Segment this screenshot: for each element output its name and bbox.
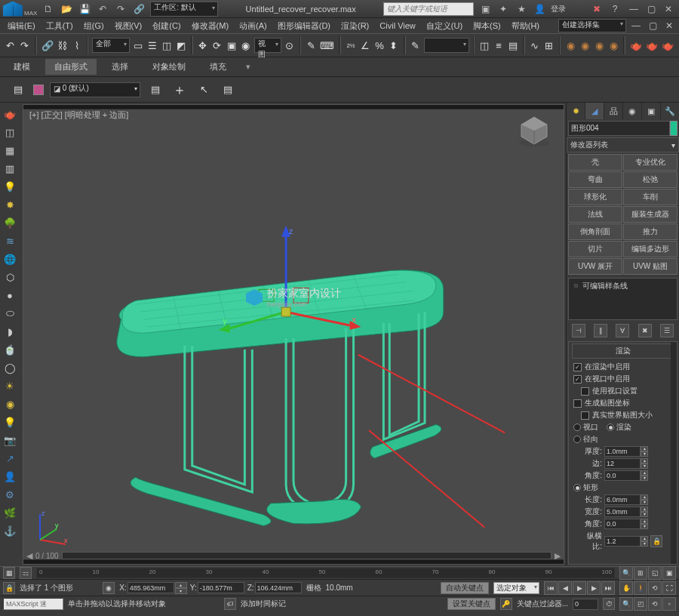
select-scale-icon[interactable]: ▣: [226, 36, 238, 54]
timeline-track[interactable]: [62, 552, 551, 559]
coord-z-input[interactable]: [255, 582, 302, 593]
setkey-button[interactable]: 设置关键点: [447, 598, 496, 610]
curve-editor-icon[interactable]: ∿: [529, 36, 541, 54]
nav-orbit2-icon[interactable]: ⟲: [648, 597, 662, 611]
teapot-icon[interactable]: 🫖: [2, 106, 18, 122]
mod-edit-poly[interactable]: 编辑多边形: [623, 241, 677, 257]
torus-icon[interactable]: ◯: [2, 359, 18, 376]
close-icon[interactable]: ✕: [661, 2, 676, 16]
omni-icon[interactable]: ✸: [2, 196, 18, 213]
mod-normal[interactable]: 法线: [568, 206, 622, 223]
mod-prooptimizer[interactable]: 专业优化: [623, 154, 677, 171]
menu-close-icon[interactable]: ✕: [662, 19, 676, 32]
bind-spacewarp-icon[interactable]: ⌇: [71, 36, 83, 54]
material-editor3-icon[interactable]: ◉: [593, 36, 605, 54]
menu-group[interactable]: 组(G): [79, 19, 109, 33]
selection-filter-dropdown[interactable]: 全部: [92, 38, 130, 53]
rollout-title[interactable]: 渲染: [572, 343, 674, 359]
stack-pin-icon[interactable]: ⊣: [572, 324, 585, 337]
add-time-marker[interactable]: 添加时间标记: [241, 599, 286, 609]
coord-x-input[interactable]: [128, 582, 174, 593]
radio-rectangular[interactable]: [573, 484, 581, 491]
stack-unique-icon[interactable]: ∀: [616, 324, 629, 337]
rollout-scrollbar[interactable]: [671, 342, 677, 564]
select-object-icon[interactable]: ▭: [132, 36, 144, 54]
menu-rendering[interactable]: 渲染(R): [336, 19, 373, 33]
primitive-icon[interactable]: ▥: [2, 160, 18, 177]
app-exchange-icon[interactable]: ✖: [590, 2, 604, 16]
camera-icon[interactable]: 📷: [2, 432, 18, 448]
direction-icon[interactable]: ↗: [2, 450, 18, 467]
menu-edit[interactable]: 编辑(E): [3, 19, 40, 33]
mod-slice[interactable]: 切片: [568, 241, 622, 257]
cloth-icon[interactable]: ◫: [2, 124, 18, 140]
stack-item[interactable]: ◾ 可编辑样条线: [571, 281, 674, 291]
timeline-next-icon[interactable]: ▶: [555, 551, 561, 561]
menu-animation[interactable]: 动画(A): [235, 19, 272, 33]
mod-uvw-map[interactable]: UVW 贴图: [623, 258, 677, 275]
sun-icon[interactable]: ☀: [2, 377, 18, 394]
menu-create[interactable]: 创建(C): [148, 19, 185, 33]
menu-views[interactable]: 视图(V): [110, 19, 147, 33]
tab-populate[interactable]: 填充: [201, 59, 235, 75]
mod-uvw-unwrap[interactable]: UVW 展开: [568, 258, 622, 275]
time-tag-icon[interactable]: 🏷: [224, 598, 236, 610]
play-icon[interactable]: ▶: [573, 581, 586, 595]
menu-max-icon[interactable]: ▢: [646, 19, 659, 32]
radio-viewport[interactable]: [573, 424, 581, 431]
named-sel-edit-icon[interactable]: ✎: [410, 36, 422, 54]
menu-help[interactable]: 帮助(H): [507, 19, 544, 33]
layer-explorer-icon[interactable]: ▤: [9, 81, 27, 99]
maximize-icon[interactable]: ▢: [644, 2, 659, 16]
tab-create-icon[interactable]: ✸: [567, 103, 585, 119]
mod-garment[interactable]: 服装生成器: [623, 206, 677, 223]
time-config-icon[interactable]: ⏱: [603, 598, 615, 610]
window-crossing-icon[interactable]: ◩: [175, 36, 187, 54]
ref-coord-dropdown[interactable]: 视图: [254, 38, 281, 53]
mod-bevel-profile[interactable]: 倒角剖面: [568, 223, 622, 240]
spinner-snap-icon[interactable]: ⬍: [388, 36, 400, 54]
spot-icon[interactable]: ◉: [2, 396, 18, 412]
aspect-lock-icon[interactable]: 🔒: [650, 535, 662, 547]
spinner-angle-r[interactable]: [604, 470, 641, 481]
render-setup-icon[interactable]: 🫖: [629, 36, 643, 54]
select-by-name-icon[interactable]: ☰: [146, 36, 158, 54]
snap-percent-icon[interactable]: %: [373, 36, 386, 54]
plant-icon[interactable]: 🌿: [2, 504, 18, 521]
spinner-aspect[interactable]: [604, 536, 641, 547]
menu-min-icon[interactable]: —: [629, 19, 643, 32]
bulb-icon[interactable]: 💡: [2, 414, 18, 430]
anchor-icon[interactable]: ⚓: [2, 522, 18, 539]
nav-zoom2-icon[interactable]: 🔍: [619, 597, 633, 611]
stack-remove-icon[interactable]: ✖: [638, 324, 652, 337]
nav-zoom-ext-icon[interactable]: ▣: [662, 566, 676, 580]
use-pivot-icon[interactable]: ⊙: [284, 36, 296, 54]
mod-spherify[interactable]: 球形化: [568, 189, 622, 205]
tab-selection[interactable]: 选择: [103, 59, 137, 75]
light-icon[interactable]: 💡: [2, 178, 18, 195]
named-selection-dropdown[interactable]: 创建选择集: [558, 19, 626, 32]
keyfilter-dropdown[interactable]: 选定对象: [493, 582, 539, 594]
spinner-angle[interactable]: [604, 519, 641, 529]
goto-end-icon[interactable]: ⏭: [601, 581, 615, 595]
tab-modeling[interactable]: 建模: [5, 59, 39, 75]
layer-tool1-icon[interactable]: ▤: [146, 81, 164, 99]
dome-icon[interactable]: ◗: [2, 323, 18, 340]
timeline-scrollbar[interactable]: ◀ 0 / 100 ▶: [26, 550, 561, 561]
nav-orbit-icon[interactable]: ⟲: [648, 581, 662, 595]
snap-2d-icon[interactable]: 2½: [345, 36, 357, 54]
track-filter-icon[interactable]: ⚏: [20, 567, 32, 579]
login-link[interactable]: 登录: [551, 4, 566, 14]
keyboard-shortcut-icon[interactable]: ⌨: [319, 36, 335, 54]
exchange-icon[interactable]: ✦: [496, 2, 510, 16]
info-center-icon[interactable]: ▣: [478, 2, 492, 16]
material-editor2-icon[interactable]: ◉: [579, 36, 591, 54]
nav-zoomall-icon[interactable]: ⊞: [634, 566, 647, 580]
app-logo-icon[interactable]: [3, 2, 23, 17]
material-editor4-icon[interactable]: ◉: [607, 36, 619, 54]
nav-min-icon[interactable]: ▫: [662, 597, 676, 611]
menu-civil-view[interactable]: Civil View: [375, 20, 419, 32]
radio-render[interactable]: [607, 424, 614, 431]
minimize-icon[interactable]: —: [626, 2, 641, 16]
workspace-dropdown[interactable]: 工作区: 默认: [150, 2, 218, 17]
